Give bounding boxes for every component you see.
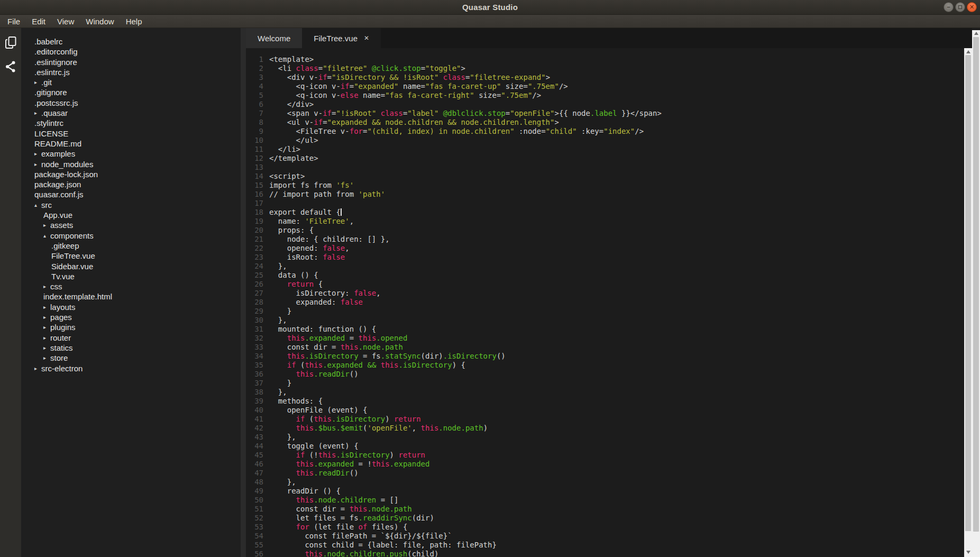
code-line[interactable]: 48 }, [246,478,964,487]
caret-right-icon[interactable]: ▸ [34,363,41,373]
caret-right-icon[interactable]: ▸ [34,108,41,118]
code-line[interactable]: 36 this.readDir() [246,370,964,379]
tree-item[interactable]: ▸src-electron [21,363,241,373]
code-line[interactable]: 20 props: { [246,226,964,235]
tree-item[interactable]: ▸statics [21,343,241,353]
code-line[interactable]: 4 <q-icon v-if="expanded" name="fas fa-c… [246,82,964,91]
tree-item[interactable]: FileTree.vue [21,251,241,261]
tree-item[interactable]: ▸css [21,281,241,291]
menu-item-edit[interactable]: Edit [26,15,51,28]
code-line[interactable]: 27 isDirectory: false, [246,289,964,298]
tree-item[interactable]: ▸router [21,333,241,343]
maximize-button[interactable] [955,2,965,12]
caret-up-icon[interactable]: ▴ [43,231,50,241]
minimize-button[interactable]: – [944,2,954,12]
code-line[interactable]: 3 <div v-if="isDirectory && !isRoot" cla… [246,73,964,82]
tree-item[interactable]: ▸pages [21,312,241,322]
code-line[interactable]: 6 </div> [246,100,964,109]
scroll-down-icon[interactable] [966,551,970,554]
tree-item[interactable]: ▴components [21,231,241,241]
code-line[interactable]: 44 toggle (event) { [246,442,964,451]
menu-item-window[interactable]: Window [80,15,120,28]
code-line[interactable]: 10 </ul> [246,136,964,145]
tree-item[interactable]: ▸node_modules [21,159,241,169]
tree-item[interactable]: .gitkeep [21,241,241,251]
copy-icon[interactable] [4,35,17,49]
tree-item[interactable]: README.md [21,139,241,149]
caret-right-icon[interactable]: ▸ [43,333,50,343]
tree-item[interactable]: ▸.quasar [21,108,241,118]
code-line[interactable]: 25 data () { [246,271,964,280]
tree-item[interactable]: App.vue [21,210,241,220]
tree-item[interactable]: package.json [21,179,241,189]
scroll-up-icon[interactable] [974,32,978,35]
code-line[interactable]: 2 <li class="filetree" @click.stop="togg… [246,64,964,73]
tab-welcome[interactable]: Welcome [246,28,302,48]
window-scrollbar[interactable] [972,30,980,557]
tree-item[interactable]: .editorconfig [21,47,241,57]
menu-item-file[interactable]: File [2,15,26,28]
code-line[interactable]: 53 for (let file of files) { [246,523,964,532]
code-line[interactable]: 1<template> [246,55,964,64]
tree-item[interactable]: Sidebar.vue [21,261,241,271]
code-line[interactable]: 24 }, [246,262,964,271]
tree-item[interactable]: ▸store [21,353,241,363]
code-line[interactable]: 23 isRoot: false [246,253,964,262]
menu-item-help[interactable]: Help [120,15,148,28]
code-line[interactable]: 5 <q-icon v-else name="fas fa-caret-righ… [246,91,964,100]
caret-right-icon[interactable]: ▸ [43,281,50,291]
tree-item[interactable]: .eslintignore [21,57,241,67]
code-line[interactable]: 9 <FileTree v-for="(child, index) in nod… [246,127,964,136]
tree-item[interactable]: .gitignore [21,87,241,97]
panel-splitter[interactable] [241,28,246,557]
code-line[interactable]: 8 <ul v-if="expanded && node.children &&… [246,118,964,127]
caret-right-icon[interactable]: ▸ [43,220,50,230]
tree-item[interactable]: LICENSE [21,129,241,139]
code-line[interactable]: 21 node: { children: [] }, [246,235,964,244]
title-bar[interactable]: Quasar Studio – ✕ [0,0,980,15]
code-line[interactable]: 50 this.node.children = [] [246,496,964,505]
caret-right-icon[interactable]: ▸ [34,159,41,169]
window-scrollbar-thumb[interactable] [973,37,979,532]
code-line[interactable]: 45 if (!this.isDirectory) return [246,451,964,460]
code-line[interactable]: 47 this.readDir() [246,469,964,478]
code-line[interactable]: 15import fs from 'fs' [246,181,964,190]
code-line[interactable]: 35 if (this.expanded && this.isDirectory… [246,361,964,370]
code-line[interactable]: 51 const dir = this.node.path [246,505,964,514]
tree-item[interactable]: ▸layouts [21,302,241,312]
menu-item-view[interactable]: View [51,15,80,28]
tree-item[interactable]: ▴src [21,200,241,210]
caret-right-icon[interactable]: ▸ [43,322,50,332]
code-line[interactable]: 12</template> [246,154,964,163]
code-line[interactable]: 29 } [246,307,964,316]
code-line[interactable]: 26 return { [246,280,964,289]
caret-right-icon[interactable]: ▸ [43,343,50,353]
code-line[interactable]: 30 }, [246,316,964,325]
code-line[interactable]: 40 openFile (event) { [246,406,964,415]
code-line[interactable]: 22 opened: false, [246,244,964,253]
code-line[interactable]: 52 let files = fs.readdirSync(dir) [246,514,964,523]
code-line[interactable]: 18export default { [246,208,964,217]
code-line[interactable]: 13 [246,163,964,172]
code-line[interactable]: 54 const filePath = `${dir}/${file}` [246,532,964,541]
code-editor[interactable]: 1<template>2 <li class="filetree" @click… [246,48,964,557]
code-line[interactable]: 31 mounted: function () { [246,325,964,334]
code-line[interactable]: 46 this.expanded = !this.expanded [246,460,964,469]
code-line[interactable]: 32 this.expanded = this.opened [246,334,964,343]
editor-scrollbar-thumb[interactable] [965,55,971,531]
caret-right-icon[interactable]: ▸ [43,353,50,363]
tab-close-icon[interactable]: ✕ [364,34,369,42]
code-line[interactable]: 19 name: 'FileTree', [246,217,964,226]
caret-right-icon[interactable]: ▸ [43,302,50,312]
code-line[interactable]: 38 }, [246,388,964,397]
code-line[interactable]: 33 const dir = this.node.path [246,343,964,352]
caret-up-icon[interactable]: ▴ [34,200,41,210]
code-line[interactable]: 28 expanded: false [246,298,964,307]
code-line[interactable]: 42 this.$bus.$emit('openFile', this.node… [246,424,964,433]
tree-item[interactable]: .babelrc [21,36,241,47]
code-line[interactable]: 39 methods: { [246,397,964,406]
code-line[interactable]: 14<script> [246,172,964,181]
code-line[interactable]: 43 }, [246,433,964,442]
tree-item[interactable]: ▸assets [21,220,241,230]
tree-item[interactable]: index.template.html [21,291,241,302]
